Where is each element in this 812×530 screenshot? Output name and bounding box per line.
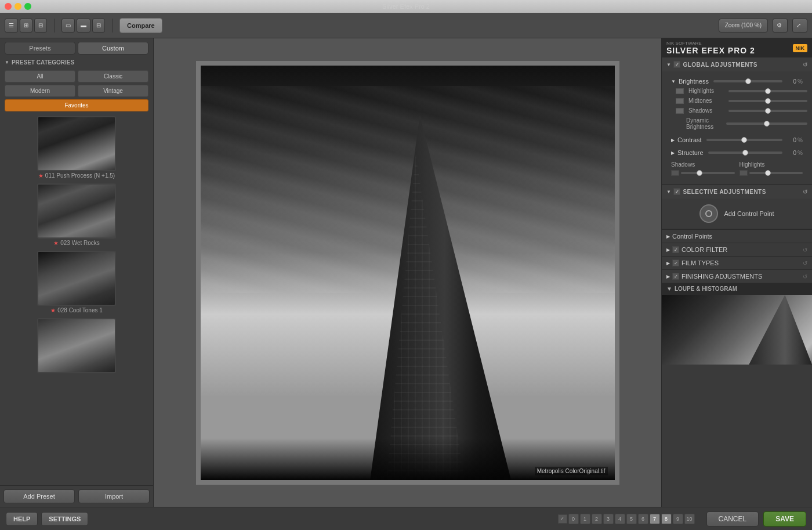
star-icon: ★	[50, 307, 56, 313]
reset-selective-button[interactable]: ↺	[803, 189, 808, 195]
reset-global-button[interactable]: ↺	[803, 62, 808, 68]
title-bar: Silver Efex Pro 2	[0, 0, 812, 13]
layout-3-button[interactable]: ⊟	[92, 19, 105, 33]
color-filter-checkbox[interactable]: ✓	[672, 246, 679, 253]
all-category-button[interactable]: All	[5, 70, 75, 82]
structure-expand[interactable]: ▶ Structure 0 %	[666, 146, 807, 159]
list-item[interactable]: ★ 011 Push Process (N +1.5)	[2, 116, 151, 179]
custom-tab[interactable]: Custom	[78, 42, 148, 55]
layout-2-button[interactable]: ▬	[77, 19, 90, 33]
reset-color-filter-button[interactable]: ↺	[803, 247, 807, 253]
save-button[interactable]: SAVE	[763, 511, 806, 527]
help-button[interactable]: HELP	[6, 512, 38, 526]
classic-category-button[interactable]: Classic	[78, 70, 148, 82]
fullscreen-button[interactable]: ⤢	[792, 19, 807, 33]
list-item[interactable]	[2, 318, 151, 373]
vintage-category-button[interactable]: Vintage	[78, 85, 148, 97]
reset-film-types-button[interactable]: ↺	[803, 260, 807, 266]
num-checkbox[interactable]: ✓	[558, 514, 567, 524]
num-4-button[interactable]: 4	[615, 514, 625, 524]
add-preset-button[interactable]: Add Preset	[3, 489, 75, 503]
global-adjustments-section: ▼ ✓ GLOBAL ADJUSTMENTS ↺ ▼ Brightness 0	[662, 57, 812, 185]
cancel-button[interactable]: CANCEL	[706, 511, 759, 527]
close-button[interactable]	[5, 3, 12, 10]
num-2-button[interactable]: 2	[592, 514, 602, 524]
highlights-label: Highlights	[688, 88, 726, 94]
num-7-button[interactable]: 7	[650, 514, 660, 524]
num-3-button[interactable]: 3	[603, 514, 614, 524]
shadows-slider[interactable]	[728, 110, 807, 112]
shadows-label: Shadows	[688, 107, 726, 114]
midtones-icon	[676, 98, 684, 104]
settings-button[interactable]: SETTINGS	[41, 512, 88, 526]
global-adj-checkbox[interactable]: ✓	[673, 61, 680, 68]
view-split-button[interactable]: ⊞	[20, 19, 32, 33]
film-types-checkbox[interactable]: ✓	[672, 259, 679, 266]
preset-thumbnail	[37, 116, 116, 171]
num-10-button[interactable]: 10	[684, 514, 695, 524]
presets-tab[interactable]: Presets	[5, 42, 75, 55]
num-5-button[interactable]: 5	[626, 514, 637, 524]
dynamic-brightness-slider[interactable]	[726, 122, 807, 125]
add-control-point-button[interactable]: Add Control Point	[662, 199, 812, 229]
control-point-inner	[705, 210, 712, 217]
zoom-button[interactable]: Zoom (100 %)	[719, 19, 768, 33]
highlights-sub-track[interactable]	[749, 172, 803, 174]
film-types-row[interactable]: ▶ ✓ FILM TYPES ↺	[662, 256, 812, 269]
highlights-slider[interactable]	[728, 90, 807, 92]
minimize-button[interactable]	[14, 3, 21, 10]
num-6-button[interactable]: 6	[638, 514, 648, 524]
finishing-adjustments-row[interactable]: ▶ ✓ FINISHING ADJUSTMENTS ↺	[662, 269, 812, 283]
nik-header: Nik Software SILVER EFEX PRO 2 NIK	[662, 38, 812, 57]
control-points-row[interactable]: ▶ Control Points	[662, 229, 812, 243]
selective-adjustments-header[interactable]: ▼ ✓ SELECTIVE ADJUSTMENTS ↺	[662, 185, 812, 199]
preset-label: ★ 023 Wet Rocks	[53, 240, 100, 246]
midtones-slider[interactable]	[728, 100, 807, 102]
traffic-lights	[5, 3, 31, 10]
list-item[interactable]: ★ 023 Wet Rocks	[2, 183, 151, 246]
reset-finishing-button[interactable]: ↺	[803, 273, 807, 280]
num-9-button[interactable]: 9	[673, 514, 683, 524]
finishing-adj-checkbox[interactable]: ✓	[672, 273, 679, 280]
structure-label: Structure	[677, 149, 704, 156]
preset-categories-header[interactable]: ▼ Preset Categories	[0, 57, 153, 68]
preset-thumbnail	[37, 318, 116, 373]
preset-categories-label: Preset Categories	[12, 59, 74, 66]
num-1-button[interactable]: 1	[580, 514, 590, 524]
shadows-sub-slider	[671, 170, 735, 176]
maximize-button[interactable]	[24, 3, 31, 10]
settings-icon-button[interactable]: ⚙	[773, 19, 788, 33]
nik-software-text: Nik Software	[666, 41, 755, 46]
control-points-label: Control Points	[672, 233, 712, 240]
star-icon: ★	[38, 172, 44, 179]
favorites-category-button[interactable]: Favorites	[5, 99, 148, 111]
selective-adj-checkbox[interactable]: ✓	[673, 188, 680, 195]
film-types-label: FILM TYPES	[682, 259, 719, 266]
selective-adjustments-section: ▼ ✓ SELECTIVE ADJUSTMENTS ↺ Add Control …	[662, 185, 812, 229]
global-adjustments-header[interactable]: ▼ ✓ GLOBAL ADJUSTMENTS ↺	[662, 57, 812, 71]
list-item[interactable]: ★ 028 Cool Tones 1	[2, 251, 151, 313]
compare-button[interactable]: Compare	[119, 18, 162, 33]
view-single-button[interactable]: ☰	[5, 19, 18, 33]
contrast-expand[interactable]: ▶ Contrast 0 %	[666, 134, 807, 146]
modern-category-button[interactable]: Modern	[5, 85, 75, 97]
midtones-slider-row: Midtones	[666, 98, 807, 104]
structure-slider[interactable]	[708, 152, 782, 154]
brightness-expand[interactable]: ▼ Brightness 0 %	[666, 75, 807, 88]
layout-1-button[interactable]: ▭	[61, 19, 75, 33]
num-0-button[interactable]: 0	[568, 514, 579, 524]
loupe-header[interactable]: ▼ LOUPE & HISTOGRAM	[662, 283, 812, 295]
brightness-unit: %	[798, 78, 803, 85]
triangle-icon: ▼	[666, 189, 671, 194]
import-button[interactable]: Import	[78, 489, 150, 503]
num-8-button[interactable]: 8	[661, 514, 672, 524]
contrast-slider[interactable]	[706, 139, 783, 141]
expand-arrow-icon: ▶	[666, 234, 670, 239]
shadows-sub-track[interactable]	[681, 172, 735, 174]
selective-adjustments-label: SELECTIVE ADJUSTMENTS	[683, 189, 766, 195]
view-dual-button[interactable]: ⊟	[34, 19, 47, 33]
global-adjustments-content: ▼ Brightness 0 % Highlights	[662, 71, 812, 184]
star-icon: ★	[53, 240, 59, 246]
brightness-slider[interactable]	[713, 80, 782, 82]
color-filter-row[interactable]: ▶ ✓ COLOR FILTER ↺	[662, 243, 812, 256]
